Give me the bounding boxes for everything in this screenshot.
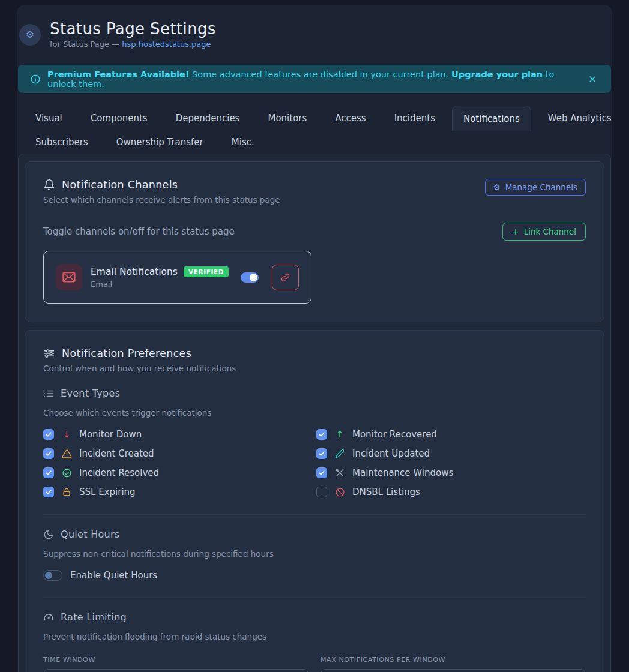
event-types-description: Choose which events trigger notification… — [43, 408, 586, 418]
event-monitor-recovered[interactable]: ↑ Monitor Recovered — [316, 428, 586, 440]
tab-visual[interactable]: Visual — [24, 106, 74, 131]
event-label: Incident Updated — [352, 448, 430, 459]
info-icon — [30, 74, 41, 85]
rate-limiting-description: Prevent notification flooding from rapid… — [43, 632, 586, 641]
tab-misc[interactable]: Misc. — [220, 131, 266, 154]
notifications-tab-content: Notification Channels Select which chann… — [18, 154, 611, 672]
ban-icon — [334, 487, 345, 497]
checkbox[interactable] — [316, 429, 327, 440]
premium-banner: Premium Features Available! Some advance… — [18, 65, 611, 93]
event-label: Monitor Down — [79, 429, 142, 440]
lock-icon — [61, 487, 72, 497]
sliders-icon — [43, 347, 55, 359]
tab-subscribers[interactable]: Subscribers — [24, 131, 100, 154]
tab-dependencies[interactable]: Dependencies — [164, 106, 251, 131]
enable-quiet-hours-label: Enable Quiet Hours — [70, 570, 157, 581]
tab-monitors[interactable]: Monitors — [256, 106, 318, 131]
email-channel-toggle[interactable] — [241, 272, 259, 283]
channels-title-text: Notification Channels — [62, 179, 178, 191]
banner-text: Premium Features Available! Some advance… — [47, 70, 579, 89]
event-types-label: Event Types — [61, 388, 120, 399]
tab-incidents[interactable]: Incidents — [383, 106, 447, 131]
checkbox[interactable] — [316, 487, 327, 497]
checkbox[interactable] — [43, 429, 54, 440]
checkbox[interactable] — [43, 487, 54, 497]
banner-bold-headline: Premium Features Available! — [47, 70, 190, 79]
tab-ownership-transfer[interactable]: Ownership Transfer — [105, 131, 215, 154]
checkbox[interactable] — [43, 467, 54, 478]
unlink-channel-button[interactable] — [272, 265, 299, 290]
manage-channels-label: Manage Channels — [505, 182, 577, 192]
event-maintenance-windows[interactable]: Maintenance Windows — [316, 467, 586, 479]
gauge-icon — [43, 612, 54, 623]
event-incident-updated[interactable]: Incident Updated — [316, 448, 586, 460]
manage-channels-button[interactable]: ⚙ Manage Channels — [485, 179, 586, 196]
divider — [43, 597, 586, 598]
banner-body: Some advanced features are disabled in y… — [190, 70, 452, 79]
checkbox[interactable] — [316, 448, 327, 459]
event-label: Incident Resolved — [79, 467, 159, 478]
preferences-section-subtitle: Control when and how you receive notific… — [43, 364, 586, 373]
settings-gear-badge: ⚙ — [19, 24, 41, 46]
checkbox[interactable] — [316, 467, 327, 478]
warning-icon — [61, 449, 72, 459]
status-page-link[interactable]: hsp.hostedstatus.page — [122, 40, 211, 49]
preferences-title-text: Notification Preferences — [62, 347, 191, 359]
event-incident-resolved[interactable]: Incident Resolved — [43, 467, 313, 479]
tab-web-analytics[interactable]: Web Analytics — [537, 106, 623, 131]
event-label: SSL Expiring — [79, 487, 136, 497]
tab-access[interactable]: Access — [324, 106, 377, 131]
channels-section-title: Notification Channels — [43, 179, 280, 191]
quiet-hours-heading: Quiet Hours — [43, 529, 586, 540]
bell-icon — [43, 179, 55, 191]
rate-limiting-label: Rate Limiting — [61, 611, 127, 623]
divider — [43, 514, 586, 515]
page-title: Status Page Settings — [50, 21, 216, 37]
tools-icon — [334, 468, 345, 478]
notification-preferences-section: Notification Preferences Control when an… — [25, 330, 604, 672]
rate-limiting-heading: Rate Limiting — [43, 611, 586, 623]
event-ssl-expiring[interactable]: SSL Expiring — [43, 486, 313, 498]
page-header: ⚙ Status Page Settings for Status Page —… — [18, 20, 611, 49]
verified-badge: VERIFIED — [184, 266, 229, 277]
arrow-down-icon: ↓ — [61, 429, 72, 440]
link-channel-button[interactable]: + Link Channel — [502, 223, 586, 241]
tab-row-2: Subscribers Ownership Transfer Misc. — [24, 131, 611, 154]
max-notifications-label: MAX NOTIFICATIONS PER WINDOW — [321, 656, 586, 664]
email-channel-type: Email — [91, 280, 229, 289]
event-dnsbl-listings[interactable]: DNSBL Listings — [316, 486, 586, 498]
tab-components[interactable]: Components — [79, 106, 159, 131]
channels-section-subtitle: Select which channels receive alerts fro… — [43, 195, 280, 205]
event-label: Maintenance Windows — [352, 467, 453, 478]
link-icon — [281, 273, 290, 282]
quiet-hours-description: Suppress non-critical notifications duri… — [43, 549, 586, 559]
plus-icon: + — [512, 227, 519, 236]
checkbox[interactable] — [43, 448, 54, 459]
upgrade-plan-link[interactable]: Upgrade your plan — [451, 70, 543, 79]
toggle-channels-hint: Toggle channels on/off for this status p… — [43, 226, 235, 237]
close-icon[interactable] — [585, 72, 599, 86]
quiet-hours-label: Quiet Hours — [61, 529, 120, 540]
event-incident-created[interactable]: Incident Created — [43, 448, 313, 460]
pencil-icon — [334, 449, 345, 458]
event-types-grid: ↓ Monitor Down ↑ Monitor Recovered Incid… — [43, 428, 586, 498]
event-label: Monitor Recovered — [352, 429, 437, 440]
event-monitor-down[interactable]: ↓ Monitor Down — [43, 428, 313, 440]
event-types-heading: Event Types — [43, 388, 586, 399]
gear-icon: ⚙ — [493, 182, 501, 192]
tab-row-1: Visual Components Dependencies Monitors … — [24, 106, 611, 131]
arrow-up-icon: ↑ — [334, 429, 345, 440]
check-circle-icon — [61, 468, 72, 478]
event-label: DNSBL Listings — [352, 487, 420, 497]
tab-notifications[interactable]: Notifications — [452, 106, 531, 131]
list-icon — [43, 388, 54, 399]
gear-icon: ⚙ — [26, 30, 34, 40]
moon-icon — [43, 529, 54, 540]
email-channel-title: Email Notifications — [91, 266, 178, 277]
email-channel-card: Email Notifications VERIFIED Email — [43, 251, 311, 304]
time-window-label: TIME WINDOW — [43, 656, 308, 664]
page-subtitle: for Status Page — hsp.hostedstatus.page — [50, 40, 216, 49]
subtitle-prefix: for Status Page — — [50, 40, 122, 49]
time-window-select[interactable]: 15 minutes — [43, 669, 308, 672]
enable-quiet-hours-toggle[interactable] — [43, 570, 62, 581]
